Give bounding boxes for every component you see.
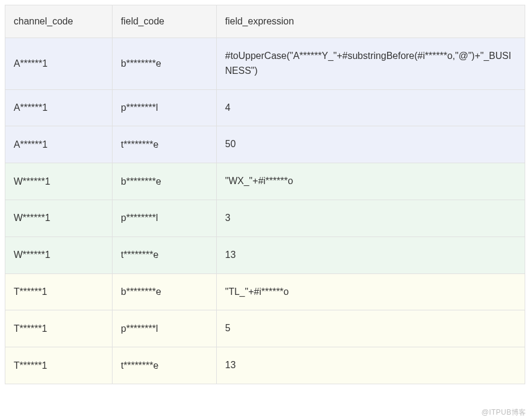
col-header-field-expression: field_expression <box>217 5 525 38</box>
table-header-row: channel_code field_code field_expression <box>5 5 525 38</box>
cell-channel-code: W******1 <box>5 163 113 200</box>
cell-field-code: t********e <box>113 347 217 384</box>
cell-field-expression: 5 <box>217 310 525 347</box>
cell-channel-code: T******1 <box>5 347 113 384</box>
table-row: A******1 p********l 4 <box>5 89 525 126</box>
cell-field-expression: "WX_"+#i******o <box>217 163 525 200</box>
cell-field-expression: 4 <box>217 89 525 126</box>
cell-field-code: t********e <box>113 126 217 163</box>
cell-channel-code: A******1 <box>5 126 113 163</box>
cell-channel-code: T******1 <box>5 273 113 310</box>
cell-field-expression: "TL_"+#i******o <box>217 273 525 310</box>
table-row: W******1 p********l 3 <box>5 200 525 237</box>
col-header-field-code: field_code <box>113 5 217 38</box>
cell-field-code: p********l <box>113 200 217 237</box>
cell-field-code: t********e <box>113 237 217 273</box>
cell-field-expression: #toUpperCase("A******Y_"+#substringBefor… <box>217 38 525 90</box>
table-row: T******1 t********e 13 <box>5 347 525 384</box>
table-row: T******1 b********e "TL_"+#i******o <box>5 273 525 310</box>
cell-field-code: p********l <box>113 89 217 126</box>
cell-channel-code: A******1 <box>5 38 113 90</box>
cell-channel-code: W******1 <box>5 200 113 237</box>
cell-field-code: b********e <box>113 273 217 310</box>
field-expression-table: channel_code field_code field_expression… <box>5 5 525 384</box>
cell-field-code: b********e <box>113 38 217 90</box>
cell-channel-code: W******1 <box>5 237 113 273</box>
table-row: A******1 t********e 50 <box>5 126 525 163</box>
cell-field-expression: 3 <box>217 200 525 237</box>
cell-field-code: p********l <box>113 310 217 347</box>
cell-field-expression: 13 <box>217 237 525 273</box>
cell-field-expression: 50 <box>217 126 525 163</box>
cell-field-expression: 13 <box>217 347 525 384</box>
table-body: A******1 b********e #toUpperCase("A*****… <box>5 38 525 384</box>
cell-channel-code: A******1 <box>5 89 113 126</box>
table-row: T******1 p********l 5 <box>5 310 525 347</box>
col-header-channel-code: channel_code <box>5 5 113 38</box>
table-row: W******1 b********e "WX_"+#i******o <box>5 163 525 200</box>
table-row: A******1 b********e #toUpperCase("A*****… <box>5 38 525 90</box>
table-row: W******1 t********e 13 <box>5 237 525 273</box>
cell-channel-code: T******1 <box>5 310 113 347</box>
cell-field-code: b********e <box>113 163 217 200</box>
